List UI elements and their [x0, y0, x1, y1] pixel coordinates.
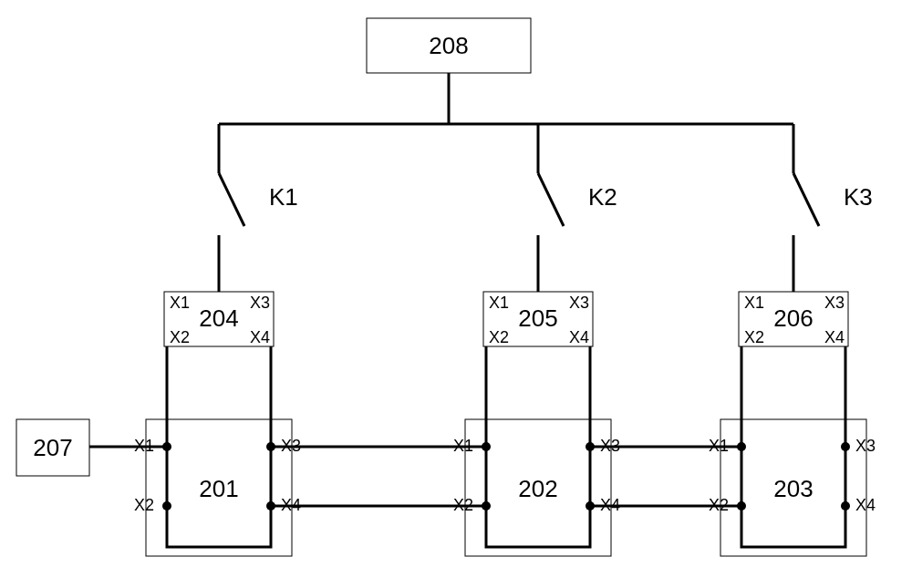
smallbox-206: 206 X1 X3 X2 X4	[739, 292, 848, 346]
sb205-x2: X2	[489, 328, 509, 346]
smallbox-204: 204 X1 X3 X2 X4	[164, 292, 274, 346]
sb205-x3: X3	[569, 294, 589, 312]
smallbox-205: 205 X1 X3 X2 X4	[483, 292, 593, 346]
bb203-x3: X3	[855, 437, 876, 455]
smallbox-206-id: 206	[773, 304, 813, 332]
bb203-x4: X4	[855, 496, 876, 514]
smallbox-205-id: 205	[518, 304, 557, 332]
sb204-x4: X4	[250, 328, 270, 346]
sb206-x3: X3	[824, 294, 845, 312]
bigbox-202-id: 202	[518, 475, 557, 502]
sb204-x3: X3	[250, 294, 270, 312]
svg-line-9	[793, 173, 819, 226]
svg-point-27	[841, 442, 850, 451]
sb206-x1: X1	[744, 294, 764, 312]
svg-point-14	[162, 501, 171, 511]
sb204-x1: X1	[170, 294, 190, 312]
svg-point-28	[841, 501, 850, 511]
sb205-x4: X4	[569, 328, 589, 346]
smallbox-204-id: 204	[199, 304, 238, 332]
sb205-x1: X1	[489, 294, 509, 312]
bigbox-201-id: 201	[199, 475, 238, 502]
sb206-x4: X4	[824, 328, 845, 346]
svg-line-5	[219, 173, 244, 226]
bb201-x2: X2	[134, 496, 154, 514]
svg-line-7	[538, 173, 564, 226]
switch-k3-label: K3	[844, 183, 873, 211]
label-208: 208	[429, 32, 468, 59]
switch-k1-label: K1	[269, 183, 298, 211]
sb206-x2: X2	[744, 328, 764, 346]
sb204-x2: X2	[170, 328, 190, 346]
label-207: 207	[33, 434, 72, 461]
switch-k2-label: K2	[588, 183, 617, 211]
bigbox-203-id: 203	[773, 475, 813, 502]
